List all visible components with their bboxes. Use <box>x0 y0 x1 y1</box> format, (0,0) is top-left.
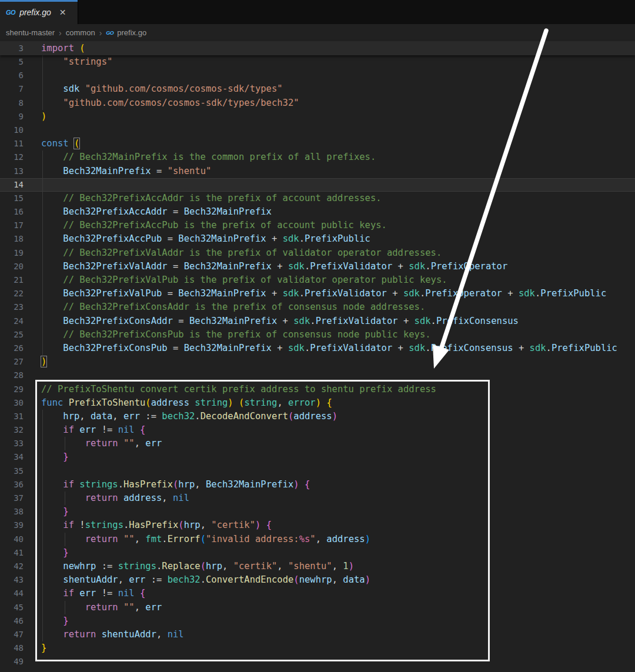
code-line[interactable]: 25 // Bech32PrefixConsPub is the prefix … <box>0 328 635 342</box>
code-token: // Bech32PrefixAccPub is the prefix of a… <box>63 220 387 230</box>
code-text: Bech32PrefixValAddr = Bech32MainPrefix +… <box>41 260 507 273</box>
code-line[interactable]: 23 // Bech32PrefixConsAddr is the prefix… <box>0 300 635 314</box>
code-line[interactable]: 40 return "", fmt.Errorf("invalid addres… <box>0 533 635 546</box>
code-token: { <box>140 588 145 599</box>
code-line[interactable]: 9) <box>0 110 635 123</box>
line-number: 32 <box>0 423 24 437</box>
line-number: 27 <box>0 355 24 369</box>
code-token: . <box>535 288 540 299</box>
breadcrumb-item-repo[interactable]: shentu-master <box>6 28 55 37</box>
code-token: shentuAddr <box>102 629 156 640</box>
editor-tab-prefix-go[interactable]: GO prefix.go ✕ <box>0 0 78 24</box>
code-token: "strings" <box>63 56 112 67</box>
code-line[interactable]: 36 if strings.HasPrefix(hrp, Bech32MainP… <box>0 478 635 492</box>
code-token: ) <box>365 574 370 585</box>
code-token: . <box>156 561 162 571</box>
code-line[interactable]: 8 "github.com/cosmos/cosmos-sdk/types/be… <box>0 96 635 110</box>
code-text: newhrp := strings.Replace(hrp, "certik",… <box>41 560 354 573</box>
code-line[interactable]: 37 return address, nil <box>0 492 635 505</box>
tab-close-icon[interactable]: ✕ <box>59 8 66 17</box>
code-line[interactable]: 26 Bech32PrefixConsPub = Bech32MainPrefi… <box>0 342 635 355</box>
code-line[interactable]: 41 } <box>0 546 635 560</box>
code-token: DecodeAndConvert <box>200 411 288 422</box>
code-token: PrefixValidator <box>305 288 387 299</box>
code-token: != <box>96 424 118 435</box>
code-line[interactable]: 19 // Bech32PrefixValAddr is the prefix … <box>0 246 635 260</box>
code-line[interactable]: 44 if err != nil { <box>0 587 635 600</box>
code-token: := <box>140 411 162 422</box>
code-line[interactable]: 31 hrp, data, err := bech32.DecodeAndCon… <box>0 410 635 423</box>
code-token: "invalid address: <box>206 534 299 544</box>
indent-guide <box>42 437 43 450</box>
line-number: 24 <box>0 315 24 328</box>
code-line[interactable]: 10 <box>0 123 635 137</box>
code-line[interactable]: 43 shentuAddr, err := bech32.ConvertAndE… <box>0 573 635 587</box>
code-token <box>299 479 305 490</box>
code-line[interactable]: 14 <box>0 178 635 192</box>
line-number: 21 <box>0 273 24 287</box>
code-line[interactable]: 33 return "", err <box>0 437 635 450</box>
indent-guide <box>42 260 43 273</box>
code-line[interactable]: 12 // Bech32MainPrefix is the common pre… <box>0 151 635 164</box>
code-line[interactable]: 13 Bech32MainPrefix = "shentu" <box>0 165 635 178</box>
code-line[interactable]: 48} <box>0 641 635 655</box>
indent-guide <box>42 328 43 342</box>
line-number: 20 <box>0 260 24 273</box>
code-line[interactable]: 3import ( <box>0 41 635 55</box>
code-token: "github.com/cosmos/cosmos-sdk/types/bech… <box>63 98 299 108</box>
line-number: 46 <box>0 614 24 628</box>
code-line[interactable]: 35 <box>0 464 635 478</box>
code-text: return "", err <box>41 437 162 450</box>
code-line[interactable]: 20 Bech32PrefixValAddr = Bech32MainPrefi… <box>0 260 635 273</box>
code-line[interactable]: 17 // Bech32PrefixAccPub is the prefix o… <box>0 219 635 232</box>
code-token: = <box>168 206 184 217</box>
line-number: 18 <box>0 232 24 246</box>
code-text: // Bech32PrefixConsAddr is the prefix of… <box>41 300 425 314</box>
code-line[interactable]: 24 Bech32PrefixConsAddr = Bech32MainPref… <box>0 315 635 328</box>
code-line[interactable]: 38 } <box>0 505 635 519</box>
code-token: , <box>222 561 233 571</box>
code-line[interactable]: 28 <box>0 369 635 382</box>
code-token: strings <box>118 561 156 571</box>
code-line[interactable]: 29// PrefixToShentu convert certik prefi… <box>0 383 635 396</box>
code-line[interactable]: 18 Bech32PrefixAccPub = Bech32MainPrefix… <box>0 232 635 246</box>
code-token: bech32 <box>162 411 195 422</box>
code-line[interactable]: 39 if !strings.HasPrefix(hrp, "certik") … <box>0 519 635 532</box>
line-number: 3 <box>0 41 24 55</box>
breadcrumb-item-file[interactable]: prefix.go <box>117 28 146 37</box>
code-token: ( <box>200 534 206 544</box>
indent-guide <box>65 533 65 546</box>
code-line[interactable]: 45 return "", err <box>0 601 635 614</box>
code-line[interactable]: 42 newhrp := strings.Replace(hrp, "certi… <box>0 560 635 573</box>
code-token: ( <box>73 138 80 149</box>
code-line[interactable]: 16 Bech32PrefixAccAddr = Bech32MainPrefi… <box>0 205 635 219</box>
code-token: data <box>343 574 365 585</box>
code-token: ) <box>332 411 337 422</box>
code-line[interactable]: 5 "strings" <box>0 55 635 69</box>
code-line[interactable]: 49 <box>0 655 635 668</box>
code-line[interactable]: 27) <box>0 355 635 369</box>
code-line[interactable]: 30func PrefixToShentu(address string) (s… <box>0 396 635 410</box>
code-line[interactable]: 6 <box>0 69 635 82</box>
code-token: + <box>272 343 288 353</box>
code-line[interactable]: 22 Bech32PrefixValPub = Bech32MainPrefix… <box>0 287 635 300</box>
code-line[interactable]: 47 return shentuAddr, nil <box>0 628 635 641</box>
code-text: sdk "github.com/cosmos/cosmos-sdk/types" <box>41 82 283 96</box>
code-token <box>41 424 63 435</box>
code-token: , <box>332 561 343 571</box>
code-line[interactable]: 46 } <box>0 614 635 628</box>
code-line[interactable]: 11const ( <box>0 137 635 151</box>
code-line[interactable]: 7 sdk "github.com/cosmos/cosmos-sdk/type… <box>0 82 635 96</box>
code-line[interactable]: 21 // Bech32PrefixValPub is the prefix o… <box>0 273 635 287</box>
code-line[interactable]: 34 } <box>0 450 635 464</box>
sticky-scroll-line[interactable]: 3import ( <box>0 41 635 55</box>
code-line[interactable]: 15 // Bech32PrefixAccAddr is the prefix … <box>0 192 635 205</box>
indent-guide <box>42 478 43 492</box>
code-token: ) <box>349 561 354 571</box>
code-line[interactable]: 32 if err != nil { <box>0 423 635 437</box>
breadcrumb-item-folder[interactable]: common <box>66 28 95 37</box>
code-token: "" <box>123 438 135 449</box>
line-number: 12 <box>0 151 24 164</box>
code-token: sdk <box>293 316 310 326</box>
indent-guide <box>65 492 65 505</box>
